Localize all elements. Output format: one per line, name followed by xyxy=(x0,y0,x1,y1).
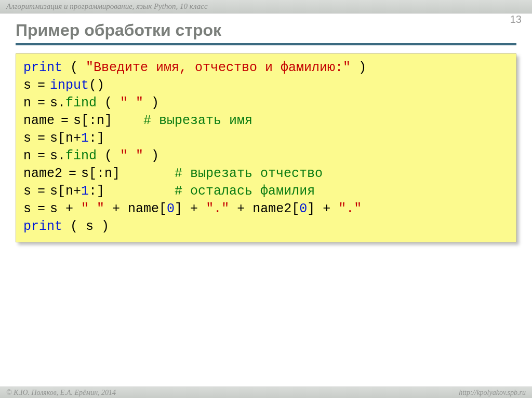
function-find: find xyxy=(65,95,97,111)
code-text: n xyxy=(23,148,31,163)
code-text: s + xyxy=(50,201,81,216)
keyword-print: print xyxy=(23,219,62,234)
keyword-input: input xyxy=(50,78,89,93)
function-find: find xyxy=(65,148,97,163)
comment: # осталась фамилия xyxy=(175,184,315,199)
header-strip: Алгоритмизация и программирование, язык … xyxy=(0,0,532,13)
code-text: name xyxy=(23,113,55,128)
code-container: print ( "Введите имя, отчество и фамилию… xyxy=(16,53,516,242)
code-line-6: n = s.find ( " " ) xyxy=(23,148,159,163)
code-box: print ( "Введите имя, отчество и фамилию… xyxy=(16,53,516,242)
code-text: :] xyxy=(89,131,104,146)
paren: ( xyxy=(97,95,120,111)
code-line-10: print ( s ) xyxy=(23,219,109,234)
code-text: s. xyxy=(50,95,65,111)
code-text: s[n+ xyxy=(50,131,81,146)
code-text: + name[ xyxy=(104,201,167,216)
equals: = xyxy=(31,131,50,146)
string-literal: "." xyxy=(338,201,362,216)
code-line-5: s = s[n+1:] xyxy=(23,131,104,146)
number: 0 xyxy=(299,201,307,216)
code-text: s xyxy=(23,184,31,199)
string-literal: " " xyxy=(120,95,143,111)
code-line-3: n = s.find ( " " ) xyxy=(23,95,159,111)
course-label: Алгоритмизация и программирование, язык … xyxy=(6,2,208,11)
code-text: s[:n] xyxy=(81,166,175,181)
code-text: + name2[ xyxy=(229,201,299,216)
page-number: 13 xyxy=(510,13,522,25)
code-text: s xyxy=(23,201,31,216)
paren: ( xyxy=(62,60,86,75)
equals: = xyxy=(31,201,50,216)
equals: = xyxy=(31,184,50,199)
code-line-4: name = s[:n] # вырезать имя xyxy=(23,113,252,128)
string-literal: " " xyxy=(81,201,104,216)
code-line-7: name2 = s[:n] # вырезать отчество xyxy=(23,166,323,181)
footer-url: http://kpolyakov.spb.ru xyxy=(459,389,526,397)
number: 1 xyxy=(81,131,89,146)
equals: = xyxy=(55,113,73,128)
number: 0 xyxy=(167,201,175,216)
paren: ) xyxy=(351,60,366,75)
equals: = xyxy=(31,95,50,111)
paren: ( xyxy=(97,148,120,163)
code-text: ] + xyxy=(175,201,206,216)
code-text: s xyxy=(23,131,31,146)
equals: = xyxy=(31,78,50,93)
code-line-8: s = s[n+1:] # осталась фамилия xyxy=(23,184,315,199)
string-literal: "Введите имя, отчество и фамилию:" xyxy=(86,60,351,75)
code-text: s[n+ xyxy=(50,184,81,199)
equals: = xyxy=(62,166,81,181)
equals: = xyxy=(31,148,50,163)
code-text: ( s ) xyxy=(62,219,109,234)
code-line-2: s = input() xyxy=(23,78,104,93)
paren: ) xyxy=(143,148,159,163)
title-rule xyxy=(16,43,516,46)
paren: ) xyxy=(143,95,159,111)
code-line-1: print ( "Введите имя, отчество и фамилию… xyxy=(23,60,366,75)
code-text: :] xyxy=(89,184,175,199)
comment: # вырезать отчество xyxy=(175,166,323,181)
string-literal: "." xyxy=(206,201,229,216)
code-text: name2 xyxy=(23,166,62,181)
code-text: s. xyxy=(50,148,65,163)
paren: () xyxy=(89,78,104,93)
footer-copyright: © К.Ю. Поляков, Е.А. Ерёмин, 2014 xyxy=(6,389,116,397)
code-text: ] + xyxy=(307,201,338,216)
code-line-9: s = s + " " + name[0] + "." + name2[0] +… xyxy=(23,201,362,216)
code-text: n xyxy=(23,95,31,111)
slide-title: Пример обработки строк xyxy=(16,21,516,40)
code-text: s xyxy=(23,78,31,93)
string-literal: " " xyxy=(120,148,143,163)
footer-strip: © К.Ю. Поляков, Е.А. Ерёмин, 2014 http:/… xyxy=(0,387,532,398)
number: 1 xyxy=(81,184,89,199)
code-text: s[:n] xyxy=(73,113,143,128)
keyword-print: print xyxy=(23,60,62,75)
title-block: Пример обработки строк xyxy=(0,13,532,46)
comment: # вырезать имя xyxy=(143,113,252,128)
